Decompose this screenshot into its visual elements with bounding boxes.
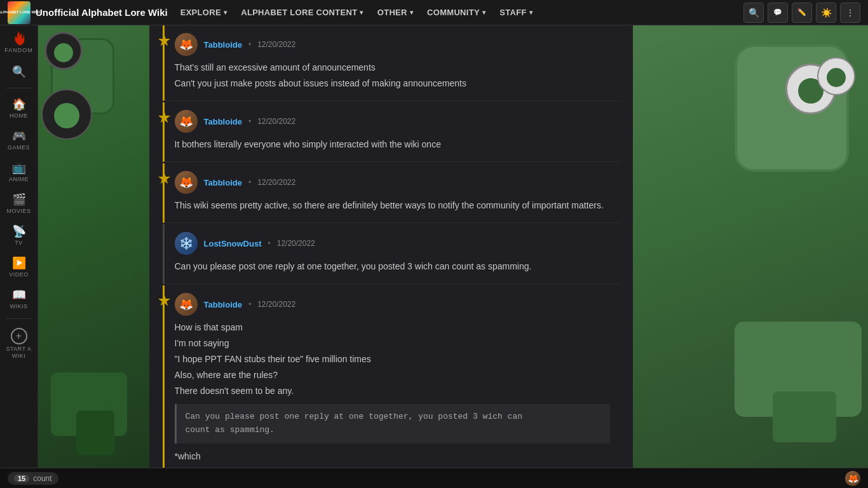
search-button[interactable]: 🔍 [743,3,764,23]
comment-block-5: 🦊 Tabbloide • 12/20/2022 How is that spa… [163,285,620,468]
comment-text-5: How is that spam I'm not saying "I hope … [175,321,610,463]
comment-username-2[interactable]: Tabbloide [204,117,242,126]
comment-block-3: 🦊 Tabbloide • 12/20/2022 This wiki seems… [163,163,620,223]
badge-star-icon [158,111,171,124]
user-avatar-bottom[interactable]: 🦊 [845,471,860,486]
sidebar-item-wikis[interactable]: 📖 WIKIS [3,284,36,313]
comment-header-4: ❄️ LostSnowDust • 12/20/2022 [175,232,610,255]
avatar-tabbloide-2: 🦊 [175,110,198,133]
wikis-icon: 📖 [12,288,26,302]
editor-button[interactable]: ✏️ [792,3,812,23]
comment-block-1: 🦊 Tabbloide • 12/20/2022 That's still an… [163,25,620,101]
nav-explore[interactable]: EXPLORE ▾ [174,5,234,20]
sidebar-movies-label: MOVIES [6,208,31,214]
bottom-bar: 15 count 🦊 [0,468,868,488]
chevron-down-icon: ▾ [482,9,485,16]
sidebar-item-search[interactable]: 🔍 [3,61,36,83]
comment-block-4: ❄️ LostSnowDust • 12/20/2022 Can you ple… [163,224,620,284]
comment-date-1: 12/20/2022 [257,40,295,49]
more-button[interactable]: ⋮ [840,3,860,23]
fandom-label: FANDOM [4,47,33,53]
bg-character-right [633,25,868,468]
sidebar-item-start-wiki[interactable]: + START AWIKI [3,324,36,363]
main-nav: EXPLORE ▾ ALPHABET LORE CONTENT ▾ OTHER … [174,5,737,20]
comment-block-2: 🦊 Tabbloide • 12/20/2022 It bothers lite… [163,102,620,162]
sidebar-wikis-label: WIKIS [10,303,27,309]
comment-text-2: It bothers literally everyone who simply… [175,138,610,151]
comment-header-3: 🦊 Tabbloide • 12/20/2022 [175,171,610,194]
sidebar-tv-label: TV [15,240,23,246]
comment-username-5[interactable]: Tabbloide [204,300,242,309]
bg-right-art [633,25,868,468]
comment-text-3: This wiki seems pretty active, so there … [175,199,610,212]
discuss-button[interactable]: 💬 [768,3,788,23]
avatar-lostsnowdust: ❄️ [175,232,198,255]
count-label: count [33,474,51,483]
bg-character-left [38,25,149,468]
content-area: 🦊 Tabbloide • 12/20/2022 That's still an… [38,25,868,468]
comment-date-3: 12/20/2022 [257,178,295,187]
sidebar-games-label: GAMES [8,144,30,151]
fandom-logo[interactable]: FANDOM [8,30,31,53]
chevron-down-icon: ▾ [360,9,363,16]
count-badge[interactable]: 15 count [8,472,58,485]
nav-content[interactable]: ALPHABET LORE CONTENT ▾ [234,5,370,20]
fandom-fire-icon [10,30,29,46]
comment-date-5: 12/20/2022 [257,300,295,309]
bg-left-art [38,25,149,468]
chevron-down-icon: ▾ [410,9,413,16]
comment-date-4: 12/20/2022 [277,239,315,248]
left-sidebar: FANDOM 🔍 🏠 HOME 🎮 GAMES 📺 ANIME 🎬 MOVIES… [0,25,38,468]
main-layout: FANDOM 🔍 🏠 HOME 🎮 GAMES 📺 ANIME 🎬 MOVIES… [0,25,868,468]
nav-community[interactable]: COMMUNITY ▾ [421,5,492,20]
comment-header-5: 🦊 Tabbloide • 12/20/2022 [175,293,610,316]
comment-date-2: 12/20/2022 [257,117,295,126]
home-icon: 🏠 [12,97,26,111]
avatar-tabbloide-5: 🦊 [175,293,198,316]
sidebar-item-home[interactable]: 🏠 HOME [3,93,36,123]
sidebar-home-label: HOME [10,112,28,119]
comment-text-1: That's still an excessive amount of anno… [175,61,610,90]
wiki-title: Unofficial Alphabet Lore Wiki [36,7,168,18]
comment-header-2: 🦊 Tabbloide • 12/20/2022 [175,110,610,133]
tv-icon: 📡 [12,224,26,238]
sidebar-item-video[interactable]: ▶️ VIDEO [3,252,36,281]
search-icon: 🔍 [12,65,26,79]
sidebar-item-tv[interactable]: 📡 TV [3,220,36,250]
top-navigation: ALPHABET LORE WIKI Unofficial Alphabet L… [0,0,868,25]
anime-icon: 📺 [12,161,26,175]
nav-other[interactable]: OTHER ▾ [371,5,419,20]
sidebar-anime-label: ANIME [9,176,29,182]
movies-icon: 🎬 [12,193,26,207]
sidebar-item-anime[interactable]: 📺 ANIME [3,157,36,186]
wiki-main-content: 🦊 Tabbloide • 12/20/2022 That's still an… [149,25,633,468]
nav-staff[interactable]: STAFF ▾ [493,5,539,20]
count-value: 15 [14,475,29,482]
sidebar-item-movies[interactable]: 🎬 MOVIES [3,189,36,218]
nav-right-buttons: 🔍 💬 ✏️ ☀️ ⋮ [743,3,860,23]
add-wiki-icon: + [11,328,27,344]
comment-header-1: 🦊 Tabbloide • 12/20/2022 [175,33,610,56]
badge-star-icon [158,34,171,47]
sidebar-divider-2 [6,318,32,319]
badge-star-icon [158,294,171,307]
chevron-down-icon: ▾ [529,9,532,16]
avatar-tabbloide-3: 🦊 [175,171,198,194]
wiki-logo[interactable]: ALPHABET LORE WIKI Unofficial Alphabet L… [8,1,168,24]
badge-star-icon [158,172,171,185]
sidebar-divider [6,88,32,88]
settings-button[interactable]: ☀️ [816,3,836,23]
wiki-logo-image: ALPHABET LORE WIKI [8,1,31,24]
sidebar-video-label: VIDEO [9,271,29,278]
chevron-down-icon: ▾ [224,9,227,16]
comment-username-1[interactable]: Tabbloide [204,40,242,50]
games-icon: 🎮 [12,129,26,143]
quoted-text: Can you please post one reply at one tog… [175,404,610,444]
comments-container: 🦊 Tabbloide • 12/20/2022 That's still an… [163,25,620,468]
avatar-tabbloide-1: 🦊 [175,33,198,56]
comment-username-3[interactable]: Tabbloide [204,178,242,187]
comment-username-4[interactable]: LostSnowDust [204,239,262,248]
sidebar-start-wiki-label: START AWIKI [6,346,31,360]
sidebar-item-games[interactable]: 🎮 GAMES [3,125,36,154]
video-icon: ▶️ [12,256,26,270]
